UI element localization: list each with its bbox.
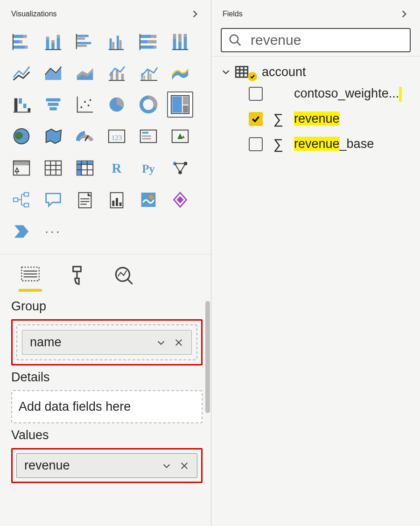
svg-rect-7 — [46, 39, 49, 49]
svg-rect-55 — [46, 98, 61, 102]
svg-rect-78 — [142, 138, 151, 140]
field-row[interactable]: contoso_weighte... — [249, 86, 415, 102]
svg-point-63 — [90, 99, 91, 101]
svg-marker-129 — [14, 225, 29, 238]
svg-rect-3 — [20, 40, 22, 43]
stacked-bar-chart-icon[interactable] — [8, 28, 35, 54]
format-tab[interactable] — [65, 264, 89, 292]
table-node[interactable]: account — [221, 64, 415, 80]
field-checkbox[interactable] — [249, 137, 263, 151]
hundred-stacked-column-icon[interactable] — [167, 28, 193, 54]
svg-rect-2 — [14, 40, 20, 43]
svg-rect-36 — [184, 34, 187, 37]
values-field-chip[interactable]: revenue — [16, 453, 197, 478]
key-influencers-icon[interactable] — [167, 155, 193, 181]
collapse-fields-icon[interactable] — [399, 9, 409, 19]
remove-field-icon[interactable] — [174, 337, 184, 348]
field-checkbox[interactable] — [249, 87, 263, 101]
funnel-chart-icon[interactable] — [40, 91, 66, 118]
field-row[interactable]: ∑revenue — [249, 111, 415, 127]
field-label: contoso_weighte... — [294, 86, 402, 102]
decomposition-tree-icon[interactable] — [8, 187, 35, 213]
svg-rect-54 — [14, 112, 30, 112]
field-checkbox[interactable] — [249, 112, 263, 126]
slicer-icon[interactable] — [8, 155, 35, 181]
values-field-label: revenue — [24, 458, 70, 473]
visualizations-title: Visualizations — [11, 10, 57, 18]
clustered-bar-chart-icon[interactable] — [72, 28, 98, 54]
chevron-down-icon[interactable] — [156, 337, 166, 348]
collapse-visualizations-icon[interactable] — [190, 9, 200, 19]
group-well-title: Group — [11, 299, 203, 314]
svg-rect-44 — [109, 80, 125, 81]
pie-chart-icon[interactable] — [104, 91, 130, 118]
svg-rect-57 — [49, 107, 56, 111]
more-visuals-button[interactable]: ··· — [40, 218, 66, 245]
card-icon[interactable]: 123 — [104, 123, 130, 149]
svg-point-142 — [230, 35, 238, 43]
line-stacked-column-icon[interactable] — [104, 60, 130, 86]
svg-rect-68 — [183, 105, 189, 112]
svg-rect-4 — [14, 46, 25, 49]
chevron-down-icon[interactable] — [161, 461, 172, 471]
search-icon — [228, 33, 242, 47]
svg-rect-89 — [45, 161, 62, 175]
table-icon[interactable] — [40, 155, 66, 181]
svg-point-126 — [149, 195, 154, 199]
fields-tab[interactable] — [19, 264, 42, 292]
line-chart-icon[interactable] — [8, 60, 35, 86]
svg-rect-16 — [77, 42, 91, 44]
svg-rect-17 — [77, 45, 87, 47]
clustered-column-chart-icon[interactable] — [104, 28, 130, 54]
field-row[interactable]: ∑revenue_base — [249, 136, 415, 152]
line-clustered-column-icon[interactable] — [135, 60, 161, 86]
kpi-icon[interactable] — [167, 123, 193, 149]
svg-rect-134 — [73, 267, 81, 271]
r-visual-icon[interactable]: R — [104, 155, 130, 181]
group-well[interactable]: name — [16, 324, 197, 360]
svg-rect-28 — [140, 46, 154, 49]
sigma-icon: ∑ — [272, 136, 285, 152]
scrollbar-thumb[interactable] — [205, 301, 210, 413]
stacked-column-chart-icon[interactable] — [40, 28, 66, 54]
hundred-stacked-bar-icon[interactable] — [135, 28, 161, 54]
svg-rect-34 — [178, 34, 182, 42]
details-well[interactable]: Add data fields here — [11, 390, 203, 423]
details-placeholder: Add data fields here — [17, 396, 197, 418]
svg-rect-32 — [173, 34, 176, 39]
remove-field-icon[interactable] — [179, 461, 189, 471]
search-input[interactable] — [250, 32, 403, 49]
matrix-icon[interactable] — [72, 155, 98, 181]
map-icon[interactable] — [8, 123, 35, 149]
smart-narrative-icon[interactable] — [72, 187, 98, 213]
qa-visual-icon[interactable] — [40, 187, 66, 213]
waterfall-chart-icon[interactable] — [8, 91, 35, 118]
values-well-highlight: revenue — [11, 448, 203, 483]
paginated-report-icon[interactable] — [104, 187, 130, 213]
filled-map-icon[interactable] — [40, 123, 66, 149]
group-field-chip[interactable]: name — [22, 330, 192, 355]
analytics-tab[interactable] — [112, 264, 135, 292]
multi-row-card-icon[interactable] — [135, 123, 161, 149]
arcgis-map-icon[interactable] — [135, 187, 161, 213]
search-box[interactable] — [221, 28, 411, 52]
donut-chart-icon[interactable] — [135, 91, 161, 118]
area-chart-icon[interactable] — [40, 60, 66, 86]
svg-rect-30 — [140, 34, 140, 50]
svg-rect-59 — [77, 112, 93, 112]
scatter-chart-icon[interactable] — [72, 91, 98, 118]
table-filter-badge — [248, 72, 257, 81]
python-visual-icon[interactable]: Py — [135, 155, 161, 181]
power-apps-visual-icon[interactable] — [167, 187, 193, 213]
treemap-chart-icon[interactable] — [167, 91, 193, 118]
chevron-down-icon — [221, 67, 231, 77]
svg-rect-76 — [142, 132, 148, 133]
power-automate-visual-icon[interactable] — [8, 218, 35, 245]
svg-rect-47 — [147, 70, 149, 80]
field-label: revenue_base — [294, 137, 374, 151]
gauge-icon[interactable] — [72, 123, 98, 149]
group-field-label: name — [30, 335, 62, 350]
ribbon-chart-icon[interactable] — [167, 60, 193, 86]
stacked-area-chart-icon[interactable] — [72, 60, 98, 86]
svg-rect-12 — [57, 35, 60, 38]
